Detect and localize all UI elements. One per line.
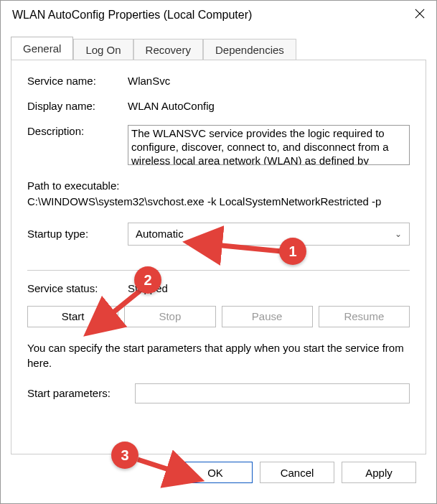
tab-general[interactable]: General <box>11 37 73 60</box>
cancel-button[interactable]: Cancel <box>260 462 334 483</box>
dialog-footer: OK Cancel Apply <box>11 454 426 493</box>
service-name-label: Service name: <box>27 75 128 87</box>
description-label: Description: <box>27 125 128 137</box>
service-control-buttons: Start Stop Pause Resume <box>27 306 410 327</box>
startup-type-select[interactable]: Automatic ⌄ <box>128 223 410 246</box>
close-icon <box>415 9 425 22</box>
tab-row: General Log On Recovery Dependencies <box>11 35 426 60</box>
separator <box>27 270 410 271</box>
service-status-value: Stopped <box>128 282 168 294</box>
startup-type-label: Startup type: <box>27 228 128 240</box>
path-value: C:\WINDOWS\system32\svchost.exe -k Local… <box>27 194 410 210</box>
service-status-label: Service status: <box>27 282 128 294</box>
ok-button[interactable]: OK <box>178 462 253 483</box>
start-params-note: You can specify the start parameters tha… <box>27 340 410 370</box>
tab-recovery[interactable]: Recovery <box>133 39 203 60</box>
description-text: The WLANSVC service provides the logic r… <box>131 127 389 165</box>
display-name-label: Display name: <box>27 100 128 112</box>
apply-button[interactable]: Apply <box>342 462 416 483</box>
tab-panel-general: Service name: WlanSvc Display name: WLAN… <box>11 60 426 454</box>
stop-button: Stop <box>124 306 215 327</box>
start-button[interactable]: Start <box>27 306 118 327</box>
description-textbox[interactable]: The WLANSVC service provides the logic r… <box>128 125 410 165</box>
start-parameters-label: Start parameters: <box>27 387 128 399</box>
tab-dependencies[interactable]: Dependencies <box>203 39 296 60</box>
dialog-content: General Log On Recovery Dependencies Ser… <box>1 29 436 503</box>
resume-button: Resume <box>319 306 410 327</box>
path-label: Path to executable: <box>27 178 410 194</box>
start-parameters-input[interactable] <box>135 383 410 403</box>
startup-type-value: Automatic <box>136 228 184 240</box>
properties-dialog: WLAN AutoConfig Properties (Local Comput… <box>0 0 437 504</box>
titlebar: WLAN AutoConfig Properties (Local Comput… <box>1 1 436 29</box>
service-name-value: WlanSvc <box>128 75 170 87</box>
window-title: WLAN AutoConfig Properties (Local Comput… <box>12 9 252 22</box>
display-name-value: WLAN AutoConfig <box>128 100 215 112</box>
pause-button: Pause <box>222 306 313 327</box>
chevron-down-icon: ⌄ <box>395 229 402 239</box>
tab-logon[interactable]: Log On <box>73 39 133 60</box>
close-button[interactable] <box>403 1 436 29</box>
